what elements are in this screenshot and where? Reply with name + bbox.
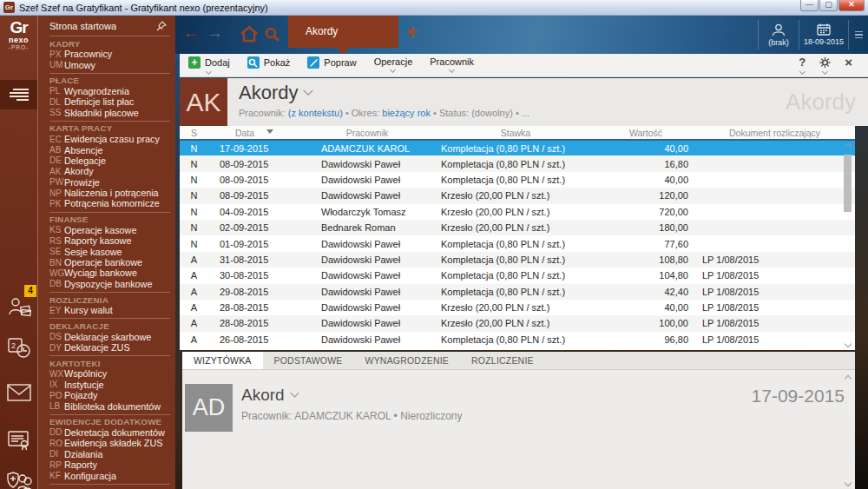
table-row[interactable]: A 28-08-2015 Dawidowski Paweł Krzesło (2… [180,300,855,315]
sidebar-item[interactable]: KF Konfiguracja [49,470,175,480]
table-row[interactable]: N 01-09-2015 Dawidowski Paweł Kompletacj… [180,235,855,251]
sidebar-item[interactable]: BN Operacje bankowe [49,257,175,268]
insurance-group-button[interactable] [0,471,37,489]
sidebar-item[interactable]: PL Wynagrodzenia [49,86,175,96]
sidebar-item[interactable]: DS Deklaracje skarbowe [49,331,175,341]
detail-tab[interactable]: ROZLICZENIE [460,352,545,369]
scroll-down-icon[interactable] [845,479,852,486]
scroll-up-icon[interactable] [845,375,852,382]
show-button[interactable]: Pokaż [247,56,291,74]
back-button[interactable]: ← [182,23,199,43]
table-row[interactable]: A 29-08-2015 Dawidowski Paweł Kompletacj… [180,284,855,300]
worker-menu-button[interactable]: Pracownik [430,56,474,72]
column-header-date[interactable]: Data [208,126,300,140]
column-header-rate[interactable]: Stawka [434,126,597,140]
sidebar-item[interactable]: PK Potrącenia komornicze [49,198,175,208]
filter-more[interactable]: ... [522,108,529,118]
table-row[interactable]: A 26-08-2015 Dawidowski Paweł Kompletacj… [180,332,855,347]
operations-menu-button[interactable]: Operacje [374,56,413,72]
sidebar-item[interactable]: WG Wyciągi bankowe [49,268,175,278]
table-row[interactable]: A 30-08-2015 Dawidowski Paweł Kompletacj… [180,268,855,283]
table-row[interactable]: N 17-09-2015 ADAMCZUK KAROL Kompletacja … [180,140,855,155]
table-row[interactable]: A 31-08-2015 Dawidowski Paweł Kompletacj… [180,252,855,268]
help-button[interactable]: ? [799,56,806,74]
sidebar-item[interactable]: PW Prowizje [49,177,175,188]
column-header-value[interactable]: Wartość [597,126,694,140]
search-icon[interactable] [264,26,281,43]
maximize-button[interactable]: ▢ [819,0,838,11]
sidebar-item[interactable]: KS Operacje kasowe [49,225,175,235]
sidebar-item[interactable]: EC Ewidencja czasu pracy [49,134,175,144]
table-row[interactable]: A 28-08-2015 Dawidowski Paweł Krzesło (2… [180,315,855,331]
sidebar-item[interactable]: UM Umowy [49,59,175,69]
context-date-button[interactable]: 18-09-2015 [799,16,848,54]
sidebar-item[interactable]: VENDERO [49,484,170,489]
sidebar-item[interactable]: KARTOTEKI [49,355,170,368]
sidebar-item[interactable]: EY Kursy walut [49,305,175,315]
sidebar-item[interactable]: KARTA PRACY [49,121,170,134]
settings-button[interactable] [819,56,831,74]
close-view-button[interactable]: × [845,56,852,69]
sidebar-item[interactable]: DI Działania [49,449,175,459]
sidebar-item[interactable]: FINANSE [49,212,170,225]
pin-icon[interactable] [156,21,167,31]
sidebar-item[interactable]: IX Instytucje [49,380,175,390]
add-button[interactable]: + Dodaj [188,56,230,74]
table-row[interactable]: N 04-09-2015 Włodarczyk Tomasz Krzesło (… [180,204,855,220]
scrollbar-thumb[interactable] [844,155,852,212]
hub-menu-button[interactable] [849,16,868,54]
sidebar-item[interactable]: PO Pojazdy [49,390,175,400]
sidebar-item[interactable]: EWIDENCJE DODATKOWE [49,414,170,427]
sidebar-item[interactable]: RP Raporty [49,459,175,470]
home-icon[interactable] [240,25,259,43]
table-scrollbar[interactable] [843,142,854,348]
sidebar-item[interactable]: LB Biblioteka dokumentów [49,400,175,411]
sidebar-item[interactable]: PŁACE [49,73,170,86]
close-window-button[interactable]: ✕ [838,0,865,11]
table-row[interactable]: N 02-09-2015 Bednarek Roman Krzesło (20,… [180,220,855,235]
sidebar-item[interactable]: KADRY [49,36,170,49]
sidebar-item[interactable]: ROZLICZENIA [49,292,170,305]
detail-tab[interactable]: PODSTAWOWE [263,352,354,369]
filter-worker-link[interactable]: (z kontekstu) [288,108,343,118]
view-title-row[interactable]: Akordy [239,82,312,104]
sidebar-item[interactable]: AK Akordy [49,166,175,176]
detail-tab[interactable]: WYNAGRODZENIE [354,352,461,369]
sidebar-item[interactable]: DEKLARACJE [49,318,170,331]
sidebar-item[interactable]: SE Sesje kasowe [49,246,175,256]
filter-period-link[interactable]: bieżący rok [382,108,431,118]
table-row[interactable]: N 08-09-2015 Dawidowski Paweł Kompletacj… [180,172,855,188]
filter-status[interactable]: Status: (dowolny) [439,108,513,118]
column-header-worker[interactable]: Pracownik [300,126,434,140]
sidebar-item[interactable]: NP Naliczenia i potrącenia [49,188,175,198]
sidebar-item[interactable]: DD Dekretacja dokumentów [49,427,175,438]
new-tab-button[interactable]: + [406,21,418,44]
record-title-row[interactable]: Akord [241,386,298,405]
open-view-tab-akordy[interactable]: Akordy [288,16,398,48]
sidebar-item-strona-startowa[interactable]: Strona startowa [49,18,175,33]
table-row[interactable]: N 08-09-2015 Dawidowski Paweł Krzesło (2… [180,188,855,203]
detail-tab[interactable]: WIZYTÓWKA [182,352,263,369]
schedule-clock-button[interactable]: 2 [0,335,37,360]
documents-button[interactable] [0,429,37,452]
context-user-button[interactable]: (brak) [759,16,799,54]
sidebar-item[interactable]: SS Składniki płacowe [49,108,175,118]
minimize-button[interactable]: — [800,0,819,11]
sidebar-item[interactable]: PX Pracownicy [49,49,175,59]
sidebar-item[interactable]: DL Definicje list płac [49,96,175,107]
mail-button[interactable] [0,383,37,402]
sidebar-item[interactable]: DY Deklaracje ZUS [49,342,175,353]
table-row[interactable]: N 08-09-2015 Dawidowski Paweł Kompletacj… [180,155,855,171]
sidebar-item[interactable]: WX Wspólnicy [49,368,175,379]
sidebar-item[interactable]: RO Ewidencja składek ZUS [49,438,175,448]
scroll-up-icon[interactable] [845,143,852,150]
scroll-down-icon[interactable] [845,340,852,347]
employees-payroll-button[interactable]: 4 [0,295,37,320]
sidebar-item[interactable]: AB Absencje [49,144,175,155]
forward-button[interactable]: → [207,23,223,43]
edit-button[interactable]: Popraw [307,56,356,74]
sidebar-item[interactable]: DE Delegacje [49,155,175,166]
column-header-status[interactable]: S [180,126,208,140]
sidebar-item[interactable]: DB Dyspozycje bankowe [49,279,175,289]
sidebar-item[interactable]: RS Raporty kasowe [49,235,175,246]
